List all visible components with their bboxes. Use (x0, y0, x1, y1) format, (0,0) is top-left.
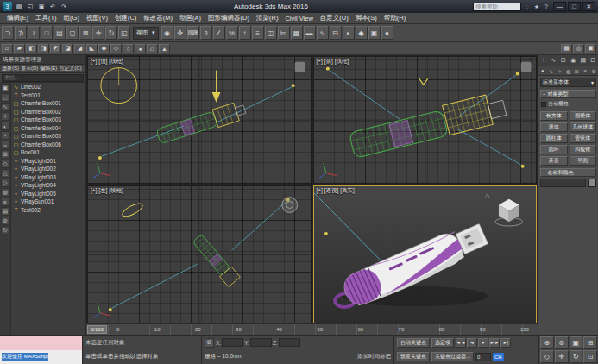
snaps-toggle-3d-icon[interactable]: 3 (200, 26, 212, 40)
polygon-mode-icon[interactable]: ◪ (62, 44, 73, 53)
snap-tool-icon[interactable]: ▲ (159, 44, 170, 53)
repeat-last-icon[interactable]: ● (135, 44, 146, 53)
angle-snap-toggle-icon[interactable]: ∠ (213, 26, 225, 40)
use-nurms-icon[interactable]: ◆ (98, 44, 110, 53)
primitive-button[interactable]: 球体 (540, 122, 568, 132)
autogrid-checkbox[interactable] (541, 102, 546, 107)
object-type-rollout-header[interactable]: − 对象类型 (540, 90, 596, 98)
track-bar[interactable]: 0/100 0102030405060708090100 (86, 323, 538, 335)
select-and-uniform-scale-icon[interactable]: ◱ (118, 26, 130, 40)
display-containers-icon[interactable]: ▷ (1, 179, 10, 187)
spinner-snap-toggle-icon[interactable]: ↕ (239, 26, 251, 40)
scene-object-row[interactable]: ✧ VRayLight004 (11, 181, 85, 190)
direct-light-arrow[interactable] (212, 71, 221, 103)
scene-explorer-title[interactable]: 场景资源管理器 (0, 55, 85, 65)
menu-item[interactable]: 图形编辑器(D) (205, 14, 253, 22)
add-time-tag-button[interactable]: 添加时间标记 (357, 353, 391, 361)
viewport-left-canvas[interactable] (88, 186, 311, 323)
display-xrefs-icon[interactable]: ◇ (1, 160, 10, 168)
primitive-button[interactable]: 几何球体 (570, 122, 597, 132)
display-space-warps-icon[interactable]: ≈ (1, 141, 10, 149)
maximize-viewport-toggle-icon[interactable]: ⊡ (583, 350, 597, 363)
keyboard-shortcut-override-icon[interactable]: ⌨ (187, 26, 199, 40)
utilities-tab-icon[interactable]: ⊡ (589, 55, 598, 66)
menu-item[interactable]: 渲染(R) (253, 14, 281, 22)
material-editor-icon[interactable]: ◐ (343, 26, 355, 40)
go-to-end-icon[interactable]: ►| (500, 338, 511, 348)
maximize-button[interactable]: □ (568, 2, 581, 11)
usb-drive-wireframe[interactable] (155, 100, 248, 145)
systems-category-icon[interactable]: ⊛ (589, 66, 598, 75)
display-helpers-icon[interactable]: ⌖ (1, 131, 10, 140)
bind-to-space-warp-icon[interactable]: ≀ (28, 26, 40, 40)
use-pivot-point-center-icon[interactable]: ◉ (161, 26, 173, 40)
play-animation-icon[interactable]: ► (478, 338, 488, 348)
go-to-start-icon[interactable]: ◄◄ (456, 338, 466, 348)
field-of-view-icon[interactable]: ◇ (540, 350, 554, 363)
undo-icon[interactable]: ↶ (47, 2, 58, 11)
element-mode-icon[interactable]: ◢ (74, 44, 85, 53)
display-bones-icon[interactable]: △ (1, 169, 10, 178)
align-icon[interactable]: ⊨ (278, 26, 290, 40)
viewport-perspective-label[interactable]: [+] [透视] [真实] (317, 187, 355, 195)
isoline-display-icon[interactable]: ◇ (110, 44, 122, 53)
menu-item[interactable]: 脚本(S) (352, 14, 381, 22)
menu-item[interactable]: 组(G) (60, 14, 83, 22)
scene-object-row[interactable]: ▢ ChamferBox003 (11, 116, 85, 124)
scene-object-row[interactable]: ▢ ChamferBox006 (11, 141, 85, 149)
primitive-button[interactable]: 圆环 (540, 145, 568, 154)
new-file-icon[interactable]: ▤ (14, 2, 24, 11)
schematic-view-icon[interactable]: ⊟ (330, 26, 342, 40)
explorer-menu-item[interactable]: 选择(S) (2, 65, 19, 72)
menu-item[interactable]: 动画(A) (176, 14, 205, 22)
omni-light[interactable] (520, 165, 524, 168)
viewcube-placeholder[interactable] (295, 62, 305, 72)
omni-light[interactable] (98, 156, 102, 160)
primitive-category-dropdown[interactable]: 标准基本体 ▾ (540, 78, 596, 87)
lights-category-icon[interactable]: ✧ (556, 66, 564, 75)
window-crossing-icon[interactable]: ⊠ (79, 26, 91, 40)
omni-light[interactable] (109, 308, 112, 311)
direct-light-arrow[interactable] (419, 78, 427, 85)
coordinate-input[interactable] (250, 338, 272, 347)
display-lights-icon[interactable]: ✧ (1, 112, 10, 121)
search-icon[interactable]: ◌ (523, 3, 532, 11)
menu-item[interactable]: 帮助(H) (381, 14, 409, 22)
redo-icon[interactable]: ↷ (59, 2, 69, 11)
time-slider-handle[interactable]: 0/100 (87, 325, 107, 334)
open-file-icon[interactable]: ◱ (25, 2, 35, 11)
menu-item[interactable]: 修改器(M) (140, 14, 176, 22)
explorer-menu-item[interactable]: 编辑(E) (40, 65, 57, 72)
explorer-menu-item[interactable]: 显示(D) (21, 65, 38, 72)
macro-recorder-line[interactable] (0, 336, 82, 350)
display-shapes-icon[interactable]: ∿ (1, 103, 10, 111)
menu-item[interactable]: 自定义(U) (317, 14, 352, 22)
menu-item[interactable]: 视图(V) (83, 14, 111, 22)
display-groups-icon[interactable]: ⊞ (1, 150, 10, 159)
layer-manager-icon[interactable]: ▦ (291, 26, 303, 40)
viewport-perspective-canvas[interactable]: ⌂ (314, 186, 537, 323)
viewport-front[interactable]: [+] [前] [线框] (313, 56, 538, 184)
shapes-category-icon[interactable]: ∿ (547, 66, 556, 75)
ellipse-spline[interactable] (121, 201, 144, 219)
zoom-all-icon[interactable]: ⊚ (555, 336, 569, 349)
display-geometry-icon[interactable]: □ (1, 93, 10, 102)
render-production-icon[interactable]: ● (381, 26, 393, 40)
pivot-tool-icon[interactable]: △ (147, 44, 158, 53)
usb-drive-wireframe[interactable] (348, 91, 507, 158)
rectangular-selection-region-icon[interactable]: ◻ (66, 26, 79, 40)
motion-tab-icon[interactable]: ◉ (569, 55, 579, 66)
primitive-button[interactable]: 四棱锥 (570, 145, 597, 154)
modify-tab-icon[interactable]: ∿ (549, 55, 559, 66)
helpers-category-icon[interactable]: ⊞ (572, 66, 581, 75)
next-frame-icon[interactable]: ►► (489, 338, 500, 348)
viewport-layout-icon[interactable]: ▦ (561, 44, 572, 53)
zoom-icon[interactable]: ⊕ (540, 336, 554, 349)
primitive-button[interactable]: 圆锥体 (570, 111, 597, 121)
lock-explorer-icon[interactable]: ⊘ (1, 217, 10, 225)
create-tab-icon[interactable]: ＋ (538, 55, 549, 66)
selected-filter-dropdown[interactable]: 选定项 (431, 338, 454, 348)
star-favorites-icon[interactable]: ★ (532, 3, 541, 11)
omni-light[interactable] (515, 72, 519, 76)
coordinate-input[interactable] (222, 338, 243, 347)
